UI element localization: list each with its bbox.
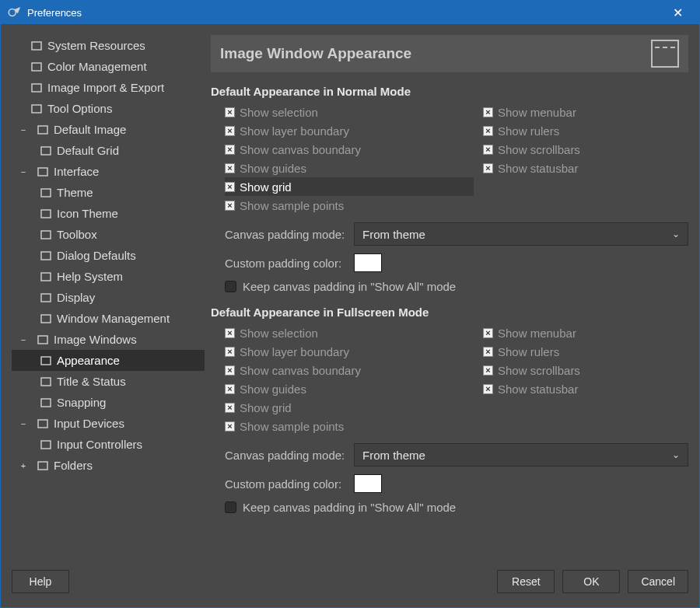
help-button[interactable]: Help: [12, 570, 69, 593]
checkbox-box[interactable]: ×: [225, 347, 235, 357]
expander-icon[interactable]: −: [12, 419, 35, 428]
checkbox-show-canvas-boundary[interactable]: ×Show canvas boundary: [225, 361, 474, 379]
sidebar-item-folders[interactable]: +Folders: [12, 455, 205, 476]
checkbox-label: Show rulers: [498, 345, 559, 358]
sidebar-item-display[interactable]: Display: [12, 287, 205, 308]
checkbox-show-statusbar[interactable]: ×Show statusbar: [483, 379, 688, 398]
checkbox-show-layer-boundary[interactable]: ×Show layer boundary: [225, 121, 474, 140]
checkbox-box[interactable]: ×: [225, 145, 235, 155]
checkbox-box[interactable]: ×: [225, 328, 235, 338]
checkbox-show-statusbar[interactable]: ×Show statusbar: [483, 159, 688, 177]
app-icon: [7, 5, 21, 19]
checkbox-label: Show guides: [240, 383, 306, 396]
keep-padding-checkbox-fullscreen[interactable]: [225, 501, 236, 513]
checkbox-box[interactable]: ×: [483, 163, 493, 173]
checkbox-show-grid[interactable]: ×Show grid: [225, 177, 474, 196]
sidebar-item-theme[interactable]: Theme: [12, 182, 205, 203]
checkbox-box[interactable]: ×: [225, 421, 235, 432]
checkbox-box[interactable]: ×: [225, 403, 235, 413]
sidebar-item-label: Icon Theme: [57, 207, 118, 220]
checkbox-box[interactable]: ×: [483, 126, 493, 136]
sidebar-item-input-devices[interactable]: −Input Devices: [12, 413, 205, 434]
sidebar-item-image-import-export[interactable]: Image Import & Export: [12, 77, 205, 98]
checkbox-box[interactable]: ×: [225, 365, 235, 376]
checkbox-label: Show selection: [240, 327, 318, 340]
padding-color-label-fs: Custom padding color:: [225, 477, 354, 491]
checkbox-box[interactable]: ×: [225, 107, 235, 117]
sidebar-item-dialog-defaults[interactable]: Dialog Defaults: [12, 245, 205, 266]
expander-icon[interactable]: −: [12, 167, 35, 176]
checkbox-show-guides[interactable]: ×Show guides: [225, 159, 474, 177]
sidebar-item-title-status[interactable]: Title & Status: [12, 371, 205, 392]
checkbox-label: Show guides: [240, 162, 306, 175]
checkbox-box[interactable]: ×: [225, 384, 235, 394]
svg-rect-5: [38, 126, 47, 134]
checkbox-show-scrollbars[interactable]: ×Show scrollbars: [483, 140, 688, 159]
sidebar-item-system-resources[interactable]: System Resources: [12, 35, 205, 56]
expander-icon[interactable]: −: [12, 335, 35, 344]
checkbox-show-guides[interactable]: ×Show guides: [225, 379, 474, 398]
svg-rect-20: [41, 441, 51, 449]
padding-mode-select-normal[interactable]: From theme ⌄: [354, 222, 688, 246]
checkbox-show-rulers[interactable]: ×Show rulers: [483, 121, 688, 140]
padding-mode-select-fullscreen[interactable]: From theme ⌄: [354, 443, 688, 466]
sidebar-item-interface[interactable]: −Interface: [12, 161, 205, 182]
padding-mode-value: From theme: [362, 228, 425, 241]
checkbox-show-menubar[interactable]: ×Show menubar: [483, 323, 688, 342]
checkbox-show-sample-points[interactable]: ×Show sample points: [225, 417, 474, 435]
svg-rect-15: [38, 336, 47, 344]
checkbox-box[interactable]: ×: [225, 201, 235, 211]
sidebar-item-toolbox[interactable]: Toolbox: [12, 224, 205, 245]
tree-item-icon: [38, 271, 54, 283]
sidebar-item-icon-theme[interactable]: Icon Theme: [12, 203, 205, 224]
expander-icon[interactable]: +: [12, 461, 35, 470]
ok-button[interactable]: OK: [562, 570, 620, 593]
sidebar-item-image-windows[interactable]: −Image Windows: [12, 329, 205, 350]
close-icon[interactable]: ✕: [662, 5, 693, 20]
sidebar-item-window-management[interactable]: Window Management: [12, 308, 205, 329]
checkbox-box[interactable]: ×: [483, 365, 493, 376]
checkbox-show-layer-boundary[interactable]: ×Show layer boundary: [225, 342, 474, 361]
keep-padding-checkbox-normal[interactable]: [225, 281, 236, 292]
sidebar-item-default-image[interactable]: −Default Image: [12, 119, 205, 140]
sidebar-item-input-controllers[interactable]: Input Controllers: [12, 434, 205, 455]
keep-padding-label-fs: Keep canvas padding in "Show All" mode: [243, 501, 456, 514]
sidebar-item-help-system[interactable]: Help System: [12, 266, 205, 287]
sidebar-item-color-management[interactable]: Color Management: [12, 56, 205, 77]
checkbox-show-selection[interactable]: ×Show selection: [225, 103, 474, 121]
checkbox-show-selection[interactable]: ×Show selection: [225, 323, 474, 342]
checkbox-show-canvas-boundary[interactable]: ×Show canvas boundary: [225, 140, 474, 159]
padding-color-swatch-fullscreen[interactable]: [354, 474, 382, 493]
checkbox-show-grid[interactable]: ×Show grid: [225, 398, 474, 417]
checkbox-show-rulers[interactable]: ×Show rulers: [483, 342, 688, 361]
checkbox-box[interactable]: ×: [225, 126, 235, 136]
reset-button[interactable]: Reset: [497, 570, 555, 593]
sidebar-item-tool-options[interactable]: Tool Options: [12, 98, 205, 119]
checkbox-box[interactable]: ×: [483, 145, 493, 155]
sidebar: System ResourcesColor ManagementImage Im…: [1, 24, 205, 564]
checkbox-box[interactable]: ×: [483, 347, 493, 357]
chevron-down-icon: ⌄: [672, 229, 680, 239]
checkbox-box[interactable]: ×: [225, 182, 235, 192]
tree-item-icon: [29, 61, 44, 73]
sidebar-item-appearance[interactable]: Appearance: [12, 350, 205, 371]
sidebar-item-snapping[interactable]: Snapping: [12, 392, 205, 413]
checkbox-box[interactable]: ×: [225, 163, 235, 173]
checkbox-show-scrollbars[interactable]: ×Show scrollbars: [483, 361, 688, 379]
expander-icon[interactable]: −: [12, 125, 35, 135]
sidebar-item-default-grid[interactable]: Default Grid: [12, 140, 205, 161]
checkbox-show-menubar[interactable]: ×Show menubar: [483, 103, 688, 121]
checkbox-box[interactable]: ×: [483, 107, 493, 117]
svg-rect-9: [41, 210, 51, 218]
sidebar-item-label: System Resources: [47, 39, 145, 52]
tree-item-icon: [38, 313, 54, 325]
cancel-button[interactable]: Cancel: [628, 570, 688, 593]
svg-rect-18: [41, 399, 51, 407]
padding-color-swatch-normal[interactable]: [354, 253, 382, 272]
checkbox-box[interactable]: ×: [483, 328, 493, 338]
sidebar-item-label: Image Import & Export: [47, 81, 164, 94]
checkbox-show-sample-points[interactable]: ×Show sample points: [225, 196, 474, 215]
appearance-icon: [651, 40, 679, 68]
checkbox-box[interactable]: ×: [483, 384, 493, 394]
preferences-window: Preferences ✕ System ResourcesColor Mana…: [0, 0, 700, 608]
